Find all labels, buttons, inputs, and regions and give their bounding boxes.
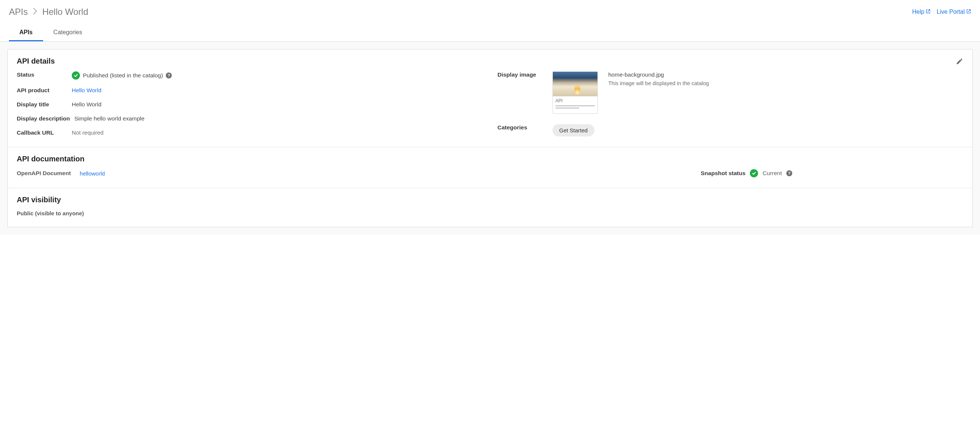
label-callback-url: Callback URL <box>17 129 72 136</box>
image-filename: home-background.jpg <box>608 72 709 78</box>
help-link-label: Help <box>912 8 924 15</box>
api-product-link[interactable]: Hello World <box>72 87 102 94</box>
label-display-title: Display title <box>17 101 72 108</box>
breadcrumb: APIs Hello World <box>9 7 88 17</box>
live-portal-link-label: Live Portal <box>937 8 965 15</box>
external-link-icon <box>926 9 931 15</box>
label-categories: Categories <box>498 124 552 131</box>
value-display-title: Hello World <box>72 101 102 108</box>
tab-apis[interactable]: APIs <box>9 24 43 41</box>
label-api-product: API product <box>17 87 72 94</box>
section-api-details: API details Status Published (listed i <box>8 49 972 147</box>
section-api-visibility: API visibility Public (visible to anyone… <box>8 188 972 227</box>
label-status: Status <box>17 72 72 78</box>
value-status: Published (listed in the catalog) <box>83 72 163 79</box>
value-snapshot-status: Current <box>762 170 782 177</box>
value-visibility: Public (visible to anyone) <box>17 210 963 217</box>
check-circle-icon <box>72 72 80 80</box>
tab-bar: APIs Categories <box>0 24 980 41</box>
label-openapi-document: OpenAPI Document <box>17 170 71 177</box>
edit-button[interactable] <box>956 57 963 66</box>
help-circle-icon[interactable]: ? <box>786 170 792 176</box>
label-snapshot-status: Snapshot status <box>701 170 746 177</box>
help-link[interactable]: Help <box>912 8 931 15</box>
display-image-preview: API <box>552 72 598 114</box>
chevron-right-icon <box>33 7 37 17</box>
section-title-visibility: API visibility <box>17 196 963 204</box>
image-description: This image will be displayed in the cata… <box>608 80 709 86</box>
help-circle-icon[interactable]: ? <box>166 73 172 78</box>
tab-categories[interactable]: Categories <box>43 24 92 41</box>
breadcrumb-root[interactable]: APIs <box>9 7 28 17</box>
value-display-description: Simple hello world example <box>74 115 145 122</box>
external-link-icon <box>966 9 971 15</box>
section-title-details: API details <box>17 57 963 65</box>
label-display-description: Display description <box>17 115 74 122</box>
image-thumbnail <box>553 72 597 96</box>
breadcrumb-current: Hello World <box>42 7 89 17</box>
category-chip[interactable]: Get Started <box>552 124 595 137</box>
label-display-image: Display image <box>498 72 552 78</box>
section-api-documentation: API documentation OpenAPI Document hello… <box>8 147 972 188</box>
check-circle-icon <box>750 169 758 177</box>
openapi-document-link[interactable]: helloworld <box>80 170 105 177</box>
live-portal-link[interactable]: Live Portal <box>937 8 971 15</box>
value-callback-url: Not required <box>72 129 103 136</box>
image-card-caption: API <box>555 98 595 103</box>
section-title-documentation: API documentation <box>17 155 963 163</box>
